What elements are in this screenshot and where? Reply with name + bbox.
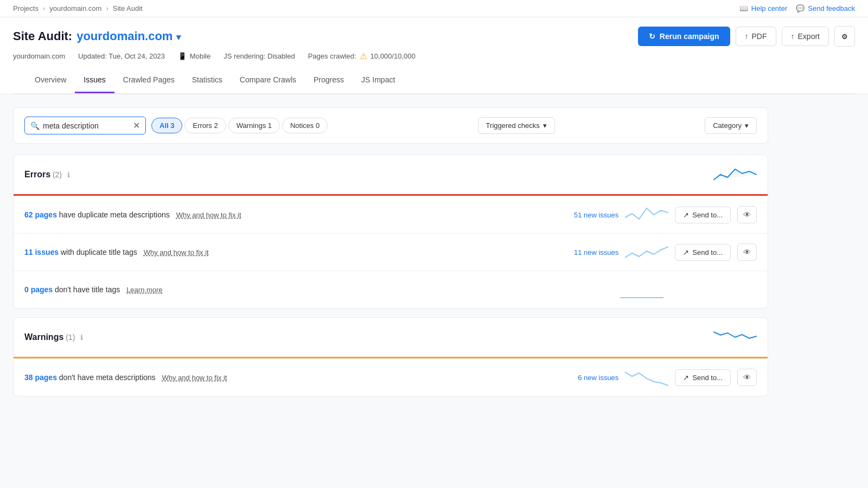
- warnings-section-header: Warnings (1) ℹ: [14, 318, 768, 357]
- warning-1-text: 38 pages don't have meta descriptions Wh…: [24, 373, 558, 382]
- error-3-fix-link[interactable]: Learn more: [126, 286, 162, 294]
- error-1-text: 62 pages have duplicate meta description…: [24, 210, 558, 219]
- warning-1-new-issues: 6 new issues: [564, 374, 618, 382]
- device-meta: 📱 Mobile: [178, 52, 210, 60]
- help-center-link[interactable]: 📖 Help center: [739, 4, 787, 12]
- warning-1-send-button[interactable]: ↗ Send to...: [675, 369, 731, 386]
- error-2-view-button[interactable]: 👁: [737, 243, 757, 261]
- nav-tabs: Overview Issues Crawled Pages Statistics…: [13, 68, 855, 94]
- warnings-section: Warnings (1) ℹ 38 pages don't have meta …: [13, 317, 768, 396]
- search-box[interactable]: 🔍 ✕: [24, 117, 146, 134]
- eye-icon-3: 👁: [743, 373, 751, 382]
- errors-count: (2): [53, 170, 62, 179]
- dropdown-arrow-icon: ▾: [176, 33, 181, 42]
- breadcrumb-projects[interactable]: Projects: [13, 4, 39, 12]
- errors-section-header: Errors (2) ℹ: [14, 155, 768, 194]
- warning-row-1: 38 pages don't have meta descriptions Wh…: [14, 358, 768, 396]
- tab-issues[interactable]: Issues: [75, 68, 114, 93]
- error-2-text: 11 issues with duplicate title tags Why …: [24, 248, 558, 256]
- error-2-sparkline: [625, 241, 668, 263]
- clear-search-button[interactable]: ✕: [133, 120, 140, 131]
- warning-1-view-button[interactable]: 👁: [737, 369, 757, 386]
- error-row-3: 0 pages don't have title tags Learn more: [14, 271, 768, 308]
- js-rendering-meta: JS rendering: Disabled: [224, 52, 295, 60]
- errors-section: Errors (2) ℹ 62 pages have duplicate met…: [13, 155, 768, 309]
- mobile-icon: 📱: [178, 52, 187, 60]
- eye-icon-2: 👁: [743, 248, 751, 256]
- header-section: Site Audit: yourdomain.com ▾ ↻ Rerun cam…: [0, 17, 868, 94]
- top-actions: 📖 Help center 💬 Send feedback: [739, 4, 855, 12]
- warning-1-sparkline: [625, 367, 668, 388]
- errors-info-icon[interactable]: ℹ: [67, 171, 70, 179]
- tab-crawled-pages[interactable]: Crawled Pages: [114, 68, 183, 93]
- tab-statistics[interactable]: Statistics: [183, 68, 231, 93]
- header-buttons: ↻ Rerun campaign ↑ PDF ↑ Export ⚙: [638, 26, 855, 47]
- filter-tab-notices[interactable]: Notices 0: [282, 118, 328, 133]
- meta-row: yourdomain.com Updated: Tue, Oct 24, 202…: [13, 51, 855, 68]
- triggered-checks-dropdown[interactable]: Triggered checks ▾: [478, 117, 555, 134]
- error-1-send-button[interactable]: ↗ Send to...: [675, 207, 731, 223]
- tab-compare-crawls[interactable]: Compare Crawls: [231, 68, 305, 93]
- search-icon: 🔍: [30, 121, 40, 130]
- breadcrumb-sep2: ›: [106, 4, 108, 12]
- error-1-link[interactable]: 62 pages: [24, 210, 57, 219]
- updated-meta: Updated: Tue, Oct 24, 2023: [78, 52, 165, 60]
- breadcrumb-current: Site Audit: [113, 4, 143, 12]
- breadcrumb-domain[interactable]: yourdomain.com: [49, 4, 101, 12]
- filter-bar: 🔍 ✕ All 3 Errors 2 Warnings 1 Notices 0 …: [13, 107, 768, 144]
- error-2-link[interactable]: 11 issues: [24, 248, 59, 256]
- tab-overview[interactable]: Overview: [26, 68, 75, 93]
- filter-tab-errors[interactable]: Errors 2: [184, 118, 226, 133]
- error-1-view-button[interactable]: 👁: [737, 206, 757, 223]
- error-3-text: 0 pages don't have title tags Learn more: [24, 285, 553, 294]
- error-2-send-button[interactable]: ↗ Send to...: [675, 244, 731, 261]
- send-feedback-link[interactable]: 💬 Send feedback: [796, 4, 855, 12]
- send-feedback-label: Send feedback: [808, 4, 855, 12]
- rerun-icon: ↻: [649, 32, 655, 41]
- main-content: 🔍 ✕ All 3 Errors 2 Warnings 1 Notices 0 …: [0, 94, 781, 409]
- feedback-icon: 💬: [796, 4, 805, 12]
- filter-tab-all[interactable]: All 3: [151, 118, 182, 133]
- pages-crawled-meta: Pages crawled: ⚠ 10,000/10,000: [308, 51, 416, 61]
- settings-button[interactable]: ⚙: [834, 26, 855, 47]
- error-2-fix-link[interactable]: Why and how to fix it: [144, 248, 209, 256]
- warning-1-link[interactable]: 38 pages: [24, 373, 57, 382]
- tab-progress[interactable]: Progress: [305, 68, 353, 93]
- breadcrumb-sep1: ›: [43, 4, 45, 12]
- warnings-count: (1): [66, 333, 75, 342]
- rerun-campaign-button[interactable]: ↻ Rerun campaign: [638, 27, 730, 46]
- filter-tab-warnings[interactable]: Warnings 1: [228, 118, 280, 133]
- export-icon: ↑: [791, 32, 795, 41]
- export-button[interactable]: ↑ Export: [782, 27, 829, 46]
- category-dropdown[interactable]: Category ▾: [705, 117, 757, 134]
- error-1-fix-link[interactable]: Why and how to fix it: [176, 211, 241, 219]
- tab-js-impact[interactable]: JS Impact: [353, 68, 404, 93]
- warning-icon: ⚠: [360, 51, 367, 61]
- error-row-2: 11 issues with duplicate title tags Why …: [14, 233, 768, 271]
- send-icon: ↗: [683, 211, 689, 219]
- error-2-new-issues: 11 new issues: [564, 248, 618, 256]
- pdf-icon: ↑: [745, 32, 749, 41]
- errors-title: Errors: [24, 170, 50, 179]
- pdf-button[interactable]: ↑ PDF: [736, 27, 776, 46]
- errors-sparkline-header: [713, 164, 757, 185]
- breadcrumb: Projects › yourdomain.com › Site Audit: [13, 4, 143, 12]
- warnings-info-icon[interactable]: ℹ: [80, 333, 83, 342]
- send-icon-3: ↗: [683, 374, 689, 382]
- book-icon: 📖: [739, 4, 748, 12]
- top-bar: Projects › yourdomain.com › Site Audit 📖…: [0, 0, 868, 17]
- domain-meta: yourdomain.com: [13, 52, 65, 60]
- error-3-link[interactable]: 0 pages: [24, 285, 53, 294]
- chevron-down-icon: ▾: [543, 121, 547, 130]
- domain-link[interactable]: yourdomain.com ▾: [76, 29, 180, 43]
- filter-tabs: All 3 Errors 2 Warnings 1 Notices 0: [151, 118, 328, 133]
- warnings-title: Warnings: [24, 332, 63, 342]
- title-prefix: Site Audit:: [13, 29, 72, 43]
- send-icon-2: ↗: [683, 248, 689, 256]
- eye-icon: 👁: [743, 210, 751, 219]
- help-center-label: Help center: [751, 4, 787, 12]
- chevron-down-icon-2: ▾: [745, 121, 749, 130]
- search-input[interactable]: [43, 121, 130, 130]
- warning-1-fix-link[interactable]: Why and how to fix it: [162, 374, 227, 382]
- gear-icon: ⚙: [841, 33, 848, 41]
